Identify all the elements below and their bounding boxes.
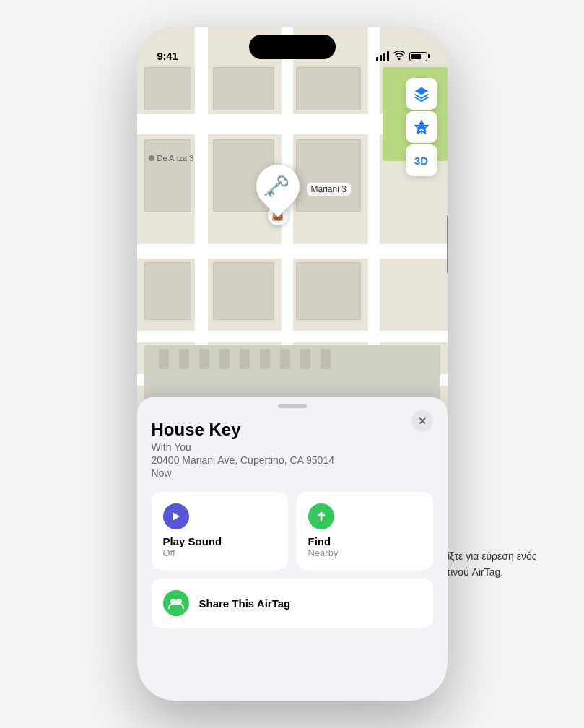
side-button[interactable] [447, 215, 448, 273]
pin-emoji: 🗝️ [262, 176, 289, 197]
find-label: Find [308, 535, 422, 547]
find-sublabel: Nearby [308, 547, 422, 558]
play-sound-icon [163, 503, 189, 529]
play-sound-label: Play Sound [163, 535, 276, 547]
status-time: 9:41 [157, 50, 178, 62]
map-view[interactable]: De Anza 3 Mariani 3 [137, 27, 448, 410]
signal-icon [376, 51, 389, 61]
location-button[interactable] [406, 111, 437, 143]
play-sound-button[interactable]: Play Sound Off [152, 492, 288, 570]
item-address: 20400 Mariani Ave, Cupertino, CA 95014 [152, 454, 433, 466]
pin-circle: 🗝️ [247, 156, 308, 217]
share-icon [163, 590, 189, 616]
map-label-mariani: Mariani 3 [307, 183, 351, 196]
dynamic-island [249, 35, 336, 59]
map-controls: 3D [406, 78, 437, 176]
airtag-pin[interactable]: 🗝️ 👜 [256, 165, 300, 225]
drag-handle [278, 404, 307, 408]
bottom-panel: ✕ House Key With You 20400 Mariani Ave, … [137, 397, 448, 701]
item-time: Now [152, 467, 433, 479]
map-label-deanza: De Anza 3 [157, 154, 194, 162]
3d-label: 3D [414, 155, 428, 167]
status-icons [376, 51, 427, 62]
find-nearby-button[interactable]: Find Nearby [297, 492, 433, 570]
play-sound-sublabel: Off [163, 547, 276, 558]
find-nearby-icon [308, 503, 334, 529]
close-button[interactable]: ✕ [411, 410, 433, 432]
item-subtitle: With You [152, 441, 433, 453]
phone-frame: 9:41 [137, 27, 448, 701]
share-airtag-button[interactable]: Share This AirTag [152, 578, 433, 628]
wifi-icon [393, 51, 405, 62]
battery-icon [409, 52, 427, 61]
svg-marker-0 [173, 512, 180, 521]
share-label: Share This AirTag [199, 597, 291, 610]
3d-button[interactable]: 3D [406, 144, 437, 176]
map-layers-button[interactable] [406, 78, 437, 110]
action-row: Play Sound Off Find Nearby [152, 492, 433, 570]
item-title: House Key [152, 420, 433, 440]
